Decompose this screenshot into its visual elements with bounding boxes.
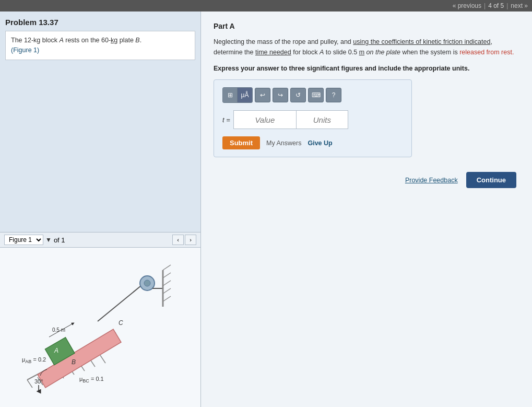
right-content: Part A Neglecting the mass of the rope a… bbox=[201, 11, 532, 407]
t-label: t = bbox=[222, 116, 230, 124]
svg-line-22 bbox=[163, 281, 171, 286]
provide-feedback-link[interactable]: Provide Feedback bbox=[405, 177, 458, 184]
grid-btn[interactable]: ⊞ bbox=[223, 88, 238, 102]
svg-line-8 bbox=[100, 355, 105, 363]
figure-next-btn[interactable]: › bbox=[185, 235, 196, 245]
units-input[interactable] bbox=[296, 110, 348, 129]
redo-btn[interactable]: ↪ bbox=[273, 88, 288, 102]
svg-line-21 bbox=[163, 273, 171, 278]
mu-btn[interactable]: μÅ bbox=[238, 88, 252, 102]
svg-line-15 bbox=[98, 286, 141, 321]
next-link[interactable]: next » bbox=[511, 2, 528, 9]
figure-of-text: of 1 bbox=[54, 236, 65, 244]
problem-title: Problem 13.37 bbox=[0, 11, 200, 31]
svg-line-24 bbox=[163, 296, 171, 301]
figure-image-area: B A 0.5 m bbox=[0, 248, 200, 407]
problem-desc-text: The 12-kg block A rests on the 60-kg pla… bbox=[11, 37, 141, 44]
help-btn[interactable]: ? bbox=[326, 88, 341, 102]
toolbar-row: ⊞ μÅ ↩ ↪ ↺ ⌨ ? bbox=[222, 87, 403, 103]
main-layout: Problem 13.37 The 12-kg block A rests on… bbox=[0, 11, 532, 407]
svg-text:μAB = 0.2: μAB = 0.2 bbox=[22, 356, 46, 364]
svg-point-17 bbox=[144, 280, 150, 286]
keyboard-btn[interactable]: ⌨ bbox=[308, 88, 324, 102]
my-answers-link[interactable]: My Answers bbox=[266, 139, 301, 147]
value-input[interactable] bbox=[233, 110, 296, 129]
submit-row: Submit My Answers Give Up bbox=[222, 136, 403, 149]
figure-of-label: ▼ bbox=[45, 236, 52, 243]
physics-diagram: B A 0.5 m bbox=[11, 254, 189, 401]
undo-btn[interactable]: ↩ bbox=[255, 88, 270, 102]
toolbar-group: ⊞ μÅ bbox=[222, 87, 253, 103]
svg-text:0.5 m: 0.5 m bbox=[52, 327, 65, 333]
figure-select[interactable]: Figure 1 bbox=[4, 235, 43, 245]
problem-description: The 12-kg block A rests on the 60-kg pla… bbox=[5, 31, 195, 60]
figure-panel: Figure 1 ▼ of 1 ‹ › bbox=[0, 232, 200, 407]
sep1: | bbox=[484, 2, 486, 9]
give-up-link[interactable]: Give Up bbox=[308, 139, 332, 147]
sep2: | bbox=[506, 2, 508, 9]
answer-box: ⊞ μÅ ↩ ↪ ↺ ⌨ ? t = Submit My Answers Giv… bbox=[214, 79, 412, 157]
express-text: Express your answer to three significant… bbox=[214, 65, 516, 72]
bottom-actions: Provide Feedback Continue bbox=[214, 172, 516, 188]
svg-line-23 bbox=[163, 288, 171, 294]
left-sidebar: Problem 13.37 The 12-kg block A rests on… bbox=[0, 11, 201, 407]
svg-text:A: A bbox=[54, 347, 58, 354]
input-row: t = bbox=[222, 110, 403, 129]
svg-line-20 bbox=[163, 265, 171, 270]
continue-button[interactable]: Continue bbox=[466, 172, 516, 188]
problem-text: Neglecting the mass of the rope and pull… bbox=[214, 37, 516, 57]
part-a-label: Part A bbox=[214, 22, 519, 30]
svg-text:B: B bbox=[72, 358, 76, 366]
svg-text:C: C bbox=[119, 319, 123, 327]
figure-prev-btn[interactable]: ‹ bbox=[172, 235, 184, 245]
submit-button[interactable]: Submit bbox=[222, 136, 260, 149]
svg-text:μBC = 0.1: μBC = 0.1 bbox=[79, 376, 104, 383]
figure-header: Figure 1 ▼ of 1 ‹ › bbox=[0, 232, 200, 248]
top-nav-bar: « previous | 4 of 5 | next » bbox=[0, 0, 532, 11]
previous-link[interactable]: « previous bbox=[453, 2, 481, 9]
figure-link[interactable]: (Figure 1) bbox=[11, 46, 39, 54]
page-indicator: 4 of 5 bbox=[488, 2, 504, 9]
figure-nav-buttons: ‹ › bbox=[172, 235, 196, 245]
svg-line-1 bbox=[27, 380, 32, 388]
svg-text:30°: 30° bbox=[34, 378, 43, 385]
refresh-btn[interactable]: ↺ bbox=[290, 88, 306, 102]
